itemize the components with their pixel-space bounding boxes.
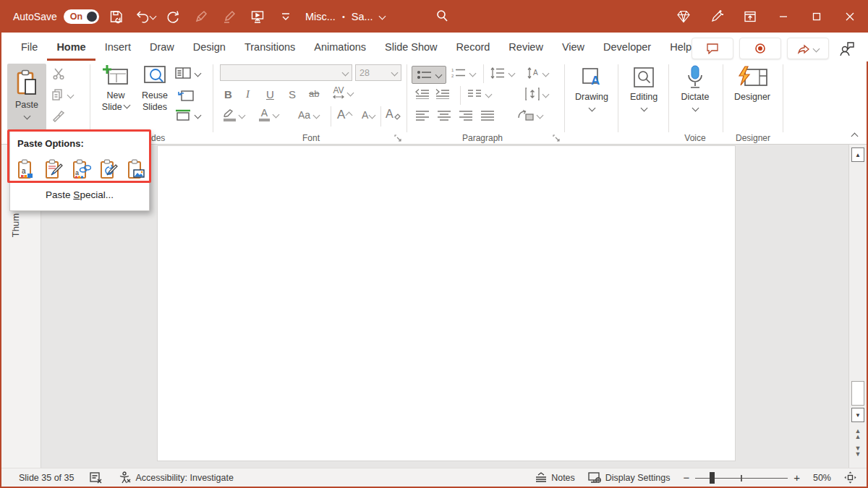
start-slideshow-button[interactable] (247, 5, 268, 28)
numbering-button[interactable]: 12 (451, 67, 475, 79)
text-direction-button[interactable]: A (527, 67, 548, 79)
character-spacing-chevron[interactable] (347, 90, 354, 97)
italic-button[interactable]: I (246, 88, 250, 100)
increase-indent-button[interactable] (435, 89, 450, 99)
columns-button[interactable] (467, 89, 491, 99)
text-shadow-button[interactable]: S (289, 88, 296, 100)
redo-button[interactable] (162, 5, 184, 28)
format-painter-button[interactable] (52, 109, 65, 122)
character-spacing-button[interactable]: AV (333, 87, 353, 99)
share-dropdown-chevron[interactable] (813, 45, 820, 52)
notes-button[interactable]: Notes (535, 472, 575, 483)
sparkle-pen-icon[interactable] (700, 0, 733, 33)
paste-special-menu-item[interactable]: Paste Special... (10, 189, 149, 200)
drawing-button[interactable]: A Drawing (570, 66, 613, 111)
bold-button[interactable]: B (224, 88, 232, 100)
tab-developer[interactable]: Developer (594, 34, 660, 61)
align-center-button[interactable] (437, 111, 451, 121)
align-text-button[interactable] (525, 87, 548, 100)
text-direction-chevron[interactable] (542, 69, 550, 77)
ink-pen-icon[interactable] (190, 5, 212, 28)
reuse-slides-button[interactable]: Reuse Slides (136, 64, 174, 113)
next-slide-button[interactable]: ▼▼ (853, 445, 863, 457)
section-button[interactable] (175, 109, 200, 121)
designer-button[interactable]: Designer (726, 66, 778, 103)
tab-slide-show[interactable]: Slide Show (375, 34, 447, 61)
fit-slide-to-window-button[interactable] (844, 471, 856, 484)
autosave-toggle[interactable]: On (64, 9, 99, 24)
section-chevron[interactable] (195, 111, 202, 119)
tab-view[interactable]: View (553, 34, 594, 61)
record-button[interactable] (739, 38, 781, 59)
strikethrough-button[interactable]: ab (309, 88, 319, 99)
editing-chevron[interactable] (640, 105, 647, 112)
scroll-up-button[interactable]: ▲ (851, 147, 864, 162)
ink-highlighter-icon[interactable] (218, 5, 240, 28)
highlight-color-button[interactable] (223, 109, 244, 121)
decrease-indent-button[interactable] (415, 89, 430, 99)
zoom-in-button[interactable]: + (793, 471, 800, 484)
scroll-down-button[interactable]: ▼ (851, 408, 864, 422)
tab-draw[interactable]: Draw (140, 34, 184, 61)
tab-design[interactable]: Design (184, 34, 235, 61)
align-text-chevron[interactable] (542, 90, 550, 98)
columns-chevron[interactable] (485, 90, 493, 98)
paste-option-picture[interactable] (126, 158, 147, 181)
underline-button[interactable]: U (266, 88, 274, 100)
change-case-button[interactable]: Aa (298, 109, 319, 121)
justify-button[interactable] (480, 111, 495, 121)
align-right-button[interactable] (459, 111, 473, 121)
tab-record[interactable]: Record (447, 34, 500, 61)
convert-to-smartart-button[interactable] (518, 109, 542, 121)
paste-option-keep-source-formatting-and-link[interactable] (98, 158, 119, 181)
bullets-chevron[interactable] (435, 72, 442, 79)
drawing-chevron[interactable] (588, 105, 595, 112)
undo-dropdown-chevron[interactable] (149, 13, 156, 20)
tab-insert[interactable]: Insert (95, 34, 140, 61)
zoom-slider-thumb[interactable] (710, 472, 715, 484)
ribbon-display-options-button[interactable] (733, 0, 767, 33)
undo-button[interactable] (134, 5, 156, 28)
collapse-ribbon-button[interactable] (852, 134, 857, 139)
font-name-combobox[interactable] (220, 64, 352, 81)
slide-layout-chevron[interactable] (195, 69, 202, 77)
paste-dropdown-chevron[interactable] (23, 113, 30, 120)
display-settings-button[interactable]: Display Settings (588, 472, 671, 484)
highlight-color-chevron[interactable] (239, 112, 246, 119)
clear-formatting-button[interactable]: A (386, 108, 401, 121)
font-color-chevron[interactable] (273, 111, 280, 119)
font-color-button[interactable]: A (259, 108, 278, 121)
change-case-chevron[interactable] (313, 111, 320, 119)
document-title[interactable]: Misc... • Sa... (305, 0, 385, 33)
spell-check-icon[interactable] (90, 472, 103, 484)
search-icon[interactable] (431, 4, 453, 27)
comments-button[interactable] (692, 38, 733, 59)
paste-option-keep-source-formatting[interactable] (43, 158, 64, 181)
tab-animations[interactable]: Animations (305, 34, 375, 61)
scrollbar-thumb[interactable] (851, 381, 864, 406)
new-slide-button[interactable]: New Slide (95, 64, 136, 113)
paste-option-use-destination-theme-and-link[interactable]: a (71, 158, 92, 181)
editing-button[interactable]: Editing (622, 66, 665, 111)
gem-icon[interactable] (667, 0, 700, 33)
numbering-chevron[interactable] (469, 69, 477, 77)
previous-slide-button[interactable]: ▲▲ (853, 428, 863, 440)
cut-button[interactable] (52, 67, 65, 80)
bullets-button[interactable] (412, 66, 446, 84)
zoom-out-button[interactable]: − (683, 471, 689, 484)
copy-button[interactable] (51, 88, 73, 101)
dictate-chevron[interactable] (692, 105, 699, 112)
tab-home[interactable]: Home (47, 34, 95, 61)
font-size-combobox[interactable]: 28 (355, 64, 401, 81)
font-size-chevron[interactable] (391, 69, 399, 77)
reset-slide-button[interactable] (178, 88, 194, 101)
close-button[interactable] (833, 0, 867, 33)
tab-file[interactable]: File (12, 34, 47, 61)
save-button[interactable] (106, 5, 127, 28)
presenter-coach-icon[interactable] (835, 37, 859, 60)
increase-font-size-button[interactable]: A (337, 108, 352, 122)
vertical-scrollbar[interactable]: ▲ ▼ ▲▲ ▼▼ (848, 145, 867, 468)
smartart-chevron[interactable] (537, 111, 544, 119)
zoom-slider[interactable]: − + (683, 471, 800, 484)
paste-button[interactable]: Paste (7, 64, 46, 130)
